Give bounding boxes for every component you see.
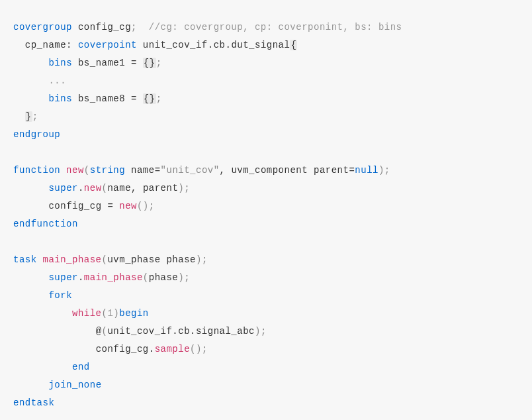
indent (13, 111, 25, 122)
keyword: main_phase (84, 272, 143, 283)
args: phase (149, 272, 179, 283)
indent (13, 362, 72, 372)
paren: ( (143, 272, 149, 283)
identifier: config_cg (72, 22, 131, 32)
paren: ) (196, 254, 202, 265)
keyword: fork (48, 290, 72, 301)
punct: ; (261, 326, 267, 337)
ellipsis: ... (48, 76, 66, 86)
indent (13, 76, 48, 86)
dot: . (78, 272, 84, 283)
paren: ) (255, 326, 261, 337)
identifier: config_cg = (48, 201, 119, 211)
keyword: endfunction (13, 219, 78, 229)
punct: ; (131, 22, 137, 32)
keyword: super (48, 183, 78, 193)
parens: () (137, 201, 149, 211)
code-line-19: config_cg.sample(); (13, 341, 519, 358)
indent (13, 201, 48, 211)
code-line-18: @(unit_cov_if.cb.signal_abc); (13, 323, 519, 341)
code-line-21: join_none (13, 376, 519, 394)
identifier: , uvm_component parent= (220, 165, 355, 176)
punct: ; (202, 344, 208, 354)
punct: ; (149, 201, 155, 211)
code-line-7: endgroup (13, 126, 519, 144)
string: "unit_cov" (161, 165, 220, 176)
keyword: end (72, 362, 90, 372)
punct: ; (202, 254, 208, 265)
indent (13, 40, 25, 50)
code-line-6: }; (13, 108, 519, 126)
code-line-14: task main_phase(uvm_phase phase); (13, 251, 519, 269)
indent (13, 93, 48, 104)
indent (13, 344, 96, 354)
keyword: new (60, 165, 84, 176)
keyword: bins (48, 58, 72, 68)
code-line-9: function new(string name="unit_cov", uvm… (13, 162, 519, 180)
parens: () (190, 344, 202, 354)
keyword: main_phase (37, 254, 102, 265)
args: uvm_phase phase (107, 254, 196, 265)
keyword: sample (155, 344, 190, 354)
paren: ) (113, 308, 119, 319)
at: @ (96, 326, 102, 337)
code-line-22: endtask (13, 394, 519, 412)
paren: ) (178, 272, 184, 283)
code-line-4: ... (13, 72, 519, 90)
dot: . (78, 183, 84, 193)
comment: //cg: covergroup, cp: coverponint, bs: b… (137, 22, 402, 32)
keyword: super (48, 272, 78, 283)
keyword: bins (48, 93, 72, 104)
indent (13, 58, 48, 68)
keyword: while (72, 308, 102, 319)
identifier: unit_cov_if.cb.dut_signal (137, 40, 290, 50)
code-line-3: bins bs_name1 = {}; (13, 54, 519, 72)
punct: ; (156, 93, 162, 104)
identifier: unit_cov_if.cb.signal_abc (107, 326, 255, 337)
keyword: covergroup (13, 22, 72, 32)
paren: ( (84, 165, 90, 176)
keyword: endtask (13, 397, 54, 408)
code-line-1: covergroup config_cg; //cg: covergroup, … (13, 19, 519, 36)
identifier: config_cg. (96, 344, 155, 354)
code-line-5: bins bs_name8 = {}; (13, 90, 519, 108)
indent (13, 380, 48, 390)
brace: } (25, 111, 32, 122)
keyword: null (355, 165, 378, 176)
keyword: endgroup (13, 129, 60, 140)
identifier: name= (125, 165, 160, 176)
code-line-10: super.new(name, parent); (13, 180, 519, 197)
code-block: covergroup config_cg; //cg: covergroup, … (13, 19, 519, 412)
punct: ; (384, 165, 390, 176)
indent (13, 272, 48, 283)
args: name, parent (107, 183, 178, 193)
keyword: new (84, 183, 102, 193)
keyword: coverpoint (78, 40, 137, 50)
keyword: task (13, 254, 37, 265)
code-line-20: end (13, 358, 519, 376)
number: 1 (107, 308, 113, 319)
code-line-11: config_cg = new(); (13, 197, 519, 215)
code-line-2: cp_name: coverpoint unit_cov_if.cb.dut_s… (13, 36, 519, 54)
indent (13, 290, 48, 301)
code-line-12: endfunction (13, 215, 519, 233)
braces: {} (143, 93, 156, 104)
blank-line (13, 233, 519, 251)
punct: ; (156, 58, 162, 68)
indent (13, 308, 72, 319)
punct: ; (184, 183, 190, 193)
indent (13, 326, 96, 337)
indent (13, 183, 48, 193)
braces: {} (143, 58, 156, 68)
identifier: bs_name8 = (72, 93, 143, 104)
paren: ) (178, 183, 184, 193)
keyword: new (119, 201, 137, 211)
code-line-15: super.main_phase(phase); (13, 269, 519, 287)
identifier: bs_name1 = (72, 58, 143, 68)
blank-line (13, 144, 519, 162)
keyword: function (13, 165, 60, 176)
keyword: string (90, 165, 125, 176)
brace: { (290, 40, 297, 50)
punct: ; (32, 111, 38, 122)
code-line-16: fork (13, 287, 519, 305)
